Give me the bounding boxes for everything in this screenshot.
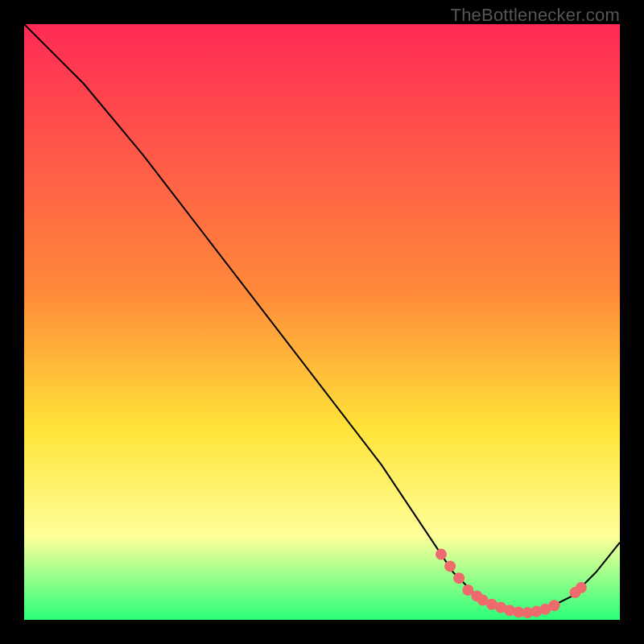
plot-area (24, 24, 620, 620)
data-marker (576, 582, 587, 593)
data-marker (549, 600, 560, 611)
data-marker (453, 572, 464, 584)
chart-frame: TheBottlenecker.com (0, 0, 644, 644)
data-markers (436, 549, 587, 619)
watermark-text: TheBottlenecker.com (451, 5, 620, 26)
data-marker (444, 560, 456, 572)
curve-layer (24, 24, 620, 620)
bottleneck-curve (24, 24, 620, 614)
data-marker (436, 549, 447, 560)
